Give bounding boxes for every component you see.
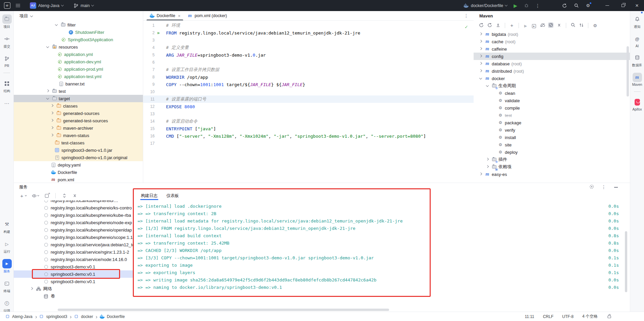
project-tree-item[interactable]: test [14,87,143,95]
service-item[interactable]: registry.lingo.local/kubesphereio/node-e… [14,219,133,226]
project-tree-item[interactable]: application-dev.yml [14,58,143,65]
chevron-collapsed-icon[interactable] [478,56,483,57]
project-tree-item[interactable]: filter [14,21,143,28]
service-item[interactable]: registry.lingo.local/service/node:14.16.… [14,256,133,263]
chevron-expanded-icon[interactable] [478,78,483,79]
maven-toolbar-skip-button[interactable] [548,22,553,29]
maven-toolbar-gear-lg-button[interactable]: ⚙ [592,22,598,28]
maven-toolbar-play-gray-button[interactable]: ▶ [523,22,528,29]
project-tree-item[interactable]: deploy.yaml [14,161,143,169]
chevron-collapsed-icon[interactable] [478,174,483,175]
chevron-collapsed-icon[interactable] [50,105,54,107]
service-item[interactable]: registry.lingo.local/service/nginx:1.23.… [14,248,133,256]
chevron-collapsed-icon[interactable] [50,120,54,121]
service-item[interactable]: registry.lingo.local/kubesphereio/openld… [14,226,133,234]
sync-button[interactable] [560,2,569,9]
maven-tree-item[interactable]: mdistributed (root) [474,67,630,75]
project-tree-item[interactable]: ?springboot3-demo-v1.0.jar.original [14,154,143,161]
service-item[interactable]: springboot3-demo:v0.1 [14,278,133,285]
service-item[interactable]: springboot3-demo:v0.1 [14,263,133,270]
project-tree-item[interactable]: CShutdownFilter [14,28,143,36]
code-line-3[interactable]: 3 [143,37,474,44]
maven-tree-item[interactable]: ⚙compile [474,104,630,112]
chevron-expanded-icon[interactable] [45,98,50,99]
stripe-item-数据库[interactable]: 数据库 [630,53,644,68]
maven-tree-item[interactable]: ⚙site [474,141,630,148]
maven-tree-item[interactable]: ⚙test [474,112,630,119]
project-tree-item[interactable]: SpringBoot3Application [14,36,143,43]
chevron-collapsed-icon[interactable] [478,70,483,72]
project-tree-item[interactable]: maven-archiver [14,124,143,132]
horizontal-scrollbar[interactable] [58,309,389,311]
code-line-5[interactable]: 5ARG JAR_FILE=springboot3-demo-v1.0.jar [143,51,474,59]
breadcrumb-item-docker[interactable]: docker [73,314,93,319]
code-line-2[interactable]: 2»FROM registry.lingo.local/service/java… [143,29,474,37]
maven-toolbar-download-button[interactable] [495,22,501,28]
stripe-item-通知[interactable]: 通知 [630,14,644,29]
code-line-10[interactable]: 10 [143,88,474,95]
project-tree-item[interactable]: mpom.xml [14,176,143,183]
code-line-14[interactable]: 14# 设置启动命令 [143,118,474,125]
maven-tree-item[interactable]: ⚙verify [474,126,630,134]
code-line-11[interactable]: 11# 设置暴露的端口号 [143,95,474,103]
code-line-1[interactable]: 1# 环境 [143,22,474,29]
project-tree-item[interactable]: banner.txt [14,80,143,87]
log-tab-构建日志[interactable]: 构建日志 [141,191,158,200]
project-tree-item[interactable]: maven-status [14,132,143,139]
service-item[interactable]: 卷 [14,293,133,300]
maximize-window-button[interactable] [618,2,628,9]
branch-selector[interactable]: main [71,2,96,9]
main-menu-button[interactable] [13,2,22,9]
log-scrollbar[interactable] [625,231,627,292]
project-tree-item[interactable]: test-classes [14,139,143,146]
service-item[interactable]: registry.lingo.local/kubesphereio/kube-r… [14,211,133,219]
status-widget[interactable]: 11:11 [525,314,534,319]
maven-tree-item[interactable]: ⚙生命周期 [474,82,630,89]
chevron-collapsed-icon[interactable] [50,127,54,129]
service-item[interactable]: registry.lingo.local/kubesphereio/ks-con… [14,204,133,211]
service-item[interactable]: registry.lingo.local/kubesphereio/scope:… [14,234,133,241]
service-item[interactable]: registry.lingo.local/kubesphereio/… [14,200,133,204]
maven-tree-item[interactable]: measy-es [474,171,630,178]
maven-tree-item[interactable]: mdatabase (root) [474,60,630,67]
maven-tree-item[interactable]: mbigdata (root) [474,30,630,38]
debug-button[interactable] [522,2,531,9]
stripe-item-结构[interactable]: 结构 [0,79,14,93]
maven-scrollbar[interactable] [627,46,629,97]
code-line-12[interactable]: 12EXPOSE 8080 [143,103,474,110]
service-item[interactable]: registry.lingo.local/service/java:debian… [14,241,133,248]
services-header-min-button[interactable] [613,184,619,190]
stripe-item-提交[interactable]: 提交 [0,34,14,49]
status-widget[interactable]: UTF-8 [562,314,574,319]
run-configuration-selector[interactable]: docker/Dockerfile [462,2,509,9]
stripe-item-more[interactable]: ⋯ [0,99,14,108]
chevron-collapsed-icon[interactable] [485,166,490,168]
project-tree-item[interactable]: generated-sources [14,110,143,117]
chevron-expanded-icon[interactable] [54,24,59,25]
maven-tree-item[interactable]: mconfig [474,53,630,60]
code-line-9[interactable]: 9COPY --chown=1001:1001 target/${JAR_FIL… [143,81,474,88]
project-tree-item[interactable]: classes [14,102,143,110]
editor-tab-Dockerfile[interactable]: Dockerfile× [146,11,184,20]
maven-tree-item[interactable]: ⚙validate [474,97,630,104]
stripe-item-运行[interactable]: ▷ 运行 [0,239,14,254]
run-button[interactable]: ▶ [512,2,519,9]
chevron-collapsed-icon[interactable] [45,90,50,92]
breadcrumb-item-springboot3[interactable]: springboot3 [39,314,67,319]
service-item[interactable]: 网络 [14,285,133,293]
code-line-7[interactable]: 7# 设置工作目录并拷贝数据 [143,66,474,73]
stripe-item-终端[interactable]: >_ 终端 [0,279,14,294]
chevron-collapsed-icon[interactable] [478,34,483,35]
chevron-collapsed-icon[interactable] [29,288,34,290]
chevron-collapsed-icon[interactable] [50,113,54,114]
maven-toolbar-search-button[interactable] [570,22,576,29]
maven-tree-item[interactable]: mcaffeine [474,45,630,53]
code-line-6[interactable]: 6 [143,59,474,66]
maven-tree-item[interactable]: mdocker [474,75,630,82]
project-tree-item[interactable]: Dockerfile [14,169,143,176]
code-line-4[interactable]: 4# 定义变量 [143,44,474,51]
code-line-8[interactable]: 8WORKDIR /opt/app [143,73,474,81]
maven-toolbar-play-box-button[interactable]: ▶ [531,22,537,29]
stripe-item-构建[interactable]: ⚒ 构建 [0,219,14,234]
services-toolbar-eye-button[interactable] [32,193,39,198]
